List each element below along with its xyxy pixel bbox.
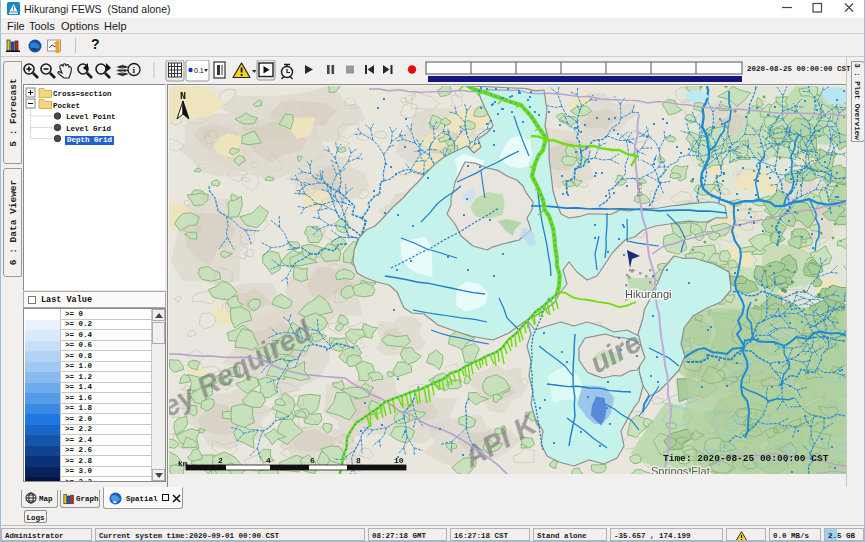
svg-text:0.1: 0.1 <box>194 67 204 74</box>
svg-text:i: i <box>133 65 136 75</box>
svg-text:6: 6 <box>310 456 315 465</box>
svg-text:N: N <box>180 91 186 102</box>
svg-text:2: 2 <box>218 456 223 465</box>
svg-text:8: 8 <box>356 456 361 465</box>
svg-text:Time: 2020-08-25 00:00:00 CST: Time: 2020-08-25 00:00:00 CST <box>663 453 829 464</box>
svg-text:Springs Flat: Springs Flat <box>651 465 710 474</box>
svg-text:SH1: SH1 <box>635 182 644 198</box>
svg-text:10: 10 <box>394 456 404 465</box>
svg-text:4: 4 <box>266 456 271 465</box>
svg-text:Hikurangi: Hikurangi <box>625 288 671 300</box>
